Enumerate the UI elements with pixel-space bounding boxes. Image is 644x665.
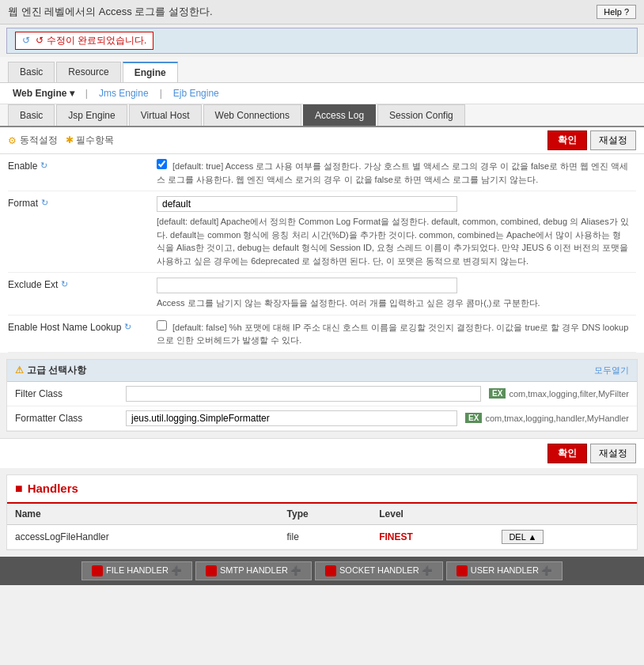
advanced-toggle[interactable]: 모두열기 bbox=[594, 365, 629, 376]
reset-button[interactable]: 재설정 bbox=[590, 130, 636, 150]
handler-type: file bbox=[279, 524, 372, 549]
handler-buttons-bar: FILE HANDLER ➕ SMTP HANDLER ➕ SOCKET HAN… bbox=[0, 557, 644, 585]
col-name: Name bbox=[7, 504, 279, 525]
file-handler-icon bbox=[92, 565, 103, 576]
table-row: accessLogFileHandler file FINEST DEL ▲ bbox=[7, 524, 637, 549]
format-content: [default: default] Apache에서 정의한 Common L… bbox=[150, 191, 636, 272]
smtp-handler-icon bbox=[206, 565, 217, 576]
hostlookup-checkbox[interactable] bbox=[157, 320, 167, 331]
dynamic-setting: ⚙ 동적설정 bbox=[8, 134, 58, 147]
col-type: Type bbox=[279, 504, 372, 525]
enable-content: [default: true] Access 로그 사용 여부를 설정한다. 가… bbox=[150, 154, 636, 191]
formatterclass-label: Formatter Class bbox=[15, 413, 126, 424]
advanced-row-filterclass: Filter Class EX com,tmax,logging,filter,… bbox=[7, 382, 637, 406]
enable-desc: [default: true] Access 로그 사용 여부를 설정한다. 가… bbox=[157, 161, 628, 184]
form-row-hostlookup: Enable Host Name Lookup ↻ [default: fals… bbox=[8, 315, 636, 353]
required-fields: ✱ 필수항목 bbox=[66, 134, 114, 147]
user-handler-icon bbox=[456, 565, 468, 576]
excludeext-input[interactable] bbox=[157, 278, 457, 293]
update-message: ↺ ↺ 수정이 완료되었습니다. bbox=[15, 32, 153, 50]
advanced-section: ⚠ 고급 선택사항 모두열기 Filter Class EX com,tmax,… bbox=[6, 359, 638, 432]
bottom-toolbar: 확인 재설정 bbox=[0, 438, 644, 468]
handlers-table: Name Type Level accessLogFileHandler fil… bbox=[7, 504, 637, 550]
excludeext-label: Exclude Ext ↻ bbox=[8, 273, 150, 315]
bottom-confirm-button[interactable]: 확인 bbox=[547, 444, 587, 463]
help-button[interactable]: Help ? bbox=[597, 5, 636, 19]
format-label: Format ↻ bbox=[8, 191, 150, 272]
formatterclass-example: EX com,tmax,logging,handler,MyHandler bbox=[465, 413, 629, 423]
form-row-format: Format ↻ [default: default] Apache에서 정의한… bbox=[8, 191, 636, 273]
advanced-header: ⚠ 고급 선택사항 모두열기 bbox=[7, 360, 637, 382]
bottom-reset-button[interactable]: 재설정 bbox=[590, 444, 636, 463]
sync-icon: ↻ bbox=[40, 161, 47, 171]
enable-checkbox[interactable] bbox=[157, 159, 167, 169]
enable-label: Enable ↻ bbox=[8, 154, 150, 191]
subtab-jsp[interactable]: Jsp Engine bbox=[56, 104, 127, 126]
socket-handler-icon bbox=[325, 565, 336, 576]
form-section: Enable ↻ [default: true] Access 로그 사용 여부… bbox=[0, 154, 644, 353]
confirm-button[interactable]: 확인 bbox=[547, 130, 587, 150]
filterclass-input[interactable] bbox=[126, 386, 481, 402]
sub-tabs: Basic Jsp Engine Virtual Host Web Connec… bbox=[0, 104, 644, 127]
sync-icon-format: ↻ bbox=[41, 198, 48, 208]
tab-engine[interactable]: Engine bbox=[123, 62, 178, 82]
engine-tab-ejb[interactable]: Ejb Engine bbox=[169, 86, 224, 100]
warning-icon: ⚠ bbox=[15, 365, 24, 376]
format-desc: [default: default] Apache에서 정의한 Common L… bbox=[157, 217, 629, 266]
socket-handler-button[interactable]: SOCKET HANDLER ➕ bbox=[315, 561, 443, 580]
subtab-basic[interactable]: Basic bbox=[8, 104, 55, 126]
smtp-handler-button[interactable]: SMTP HANDLER ➕ bbox=[195, 561, 312, 580]
del-button[interactable]: DEL ▲ bbox=[502, 530, 544, 544]
engine-tab-jms[interactable]: Jms Engine bbox=[94, 86, 153, 100]
page-header: 웹 엔진 레벨에서의 Access 로그를 설정한다. Help ? bbox=[0, 0, 644, 25]
hostlookup-desc: [default: false] %h 포맷에 대해 IP 주소 대신 호스트 … bbox=[157, 323, 628, 346]
form-row-enable: Enable ↻ [default: true] Access 로그 사용 여부… bbox=[8, 154, 636, 191]
engine-tab-web[interactable]: Web Engine ▾ bbox=[8, 86, 79, 100]
tab-resource[interactable]: Resource bbox=[56, 62, 120, 82]
handler-level: FINEST bbox=[371, 524, 494, 549]
subtab-webconnections[interactable]: Web Connections bbox=[203, 104, 302, 126]
hostlookup-label: Enable Host Name Lookup ↻ bbox=[8, 315, 150, 352]
main-tabs: Basic Resource Engine bbox=[0, 57, 644, 83]
advanced-row-formatterclass: Formatter Class EX com,tmax,logging,hand… bbox=[7, 406, 637, 431]
excludeext-desc: Access 로그를 남기지 않는 확장자들을 설정한다. 여러 개를 입력하고… bbox=[157, 298, 540, 308]
tab-basic[interactable]: Basic bbox=[8, 62, 55, 82]
page-title: 웹 엔진 레벨에서의 Access 로그를 설정한다. bbox=[8, 5, 213, 19]
form-toolbar: ⚙ 동적설정 ✱ 필수항목 확인 재설정 bbox=[0, 127, 644, 154]
form-row-excludeext: Exclude Ext ↻ Access 로그를 남기지 않는 확장자들을 설정… bbox=[8, 273, 636, 315]
gear-icon: ⚙ bbox=[8, 135, 17, 146]
subtab-accesslog[interactable]: Access Log bbox=[303, 104, 376, 126]
subtab-sessionconfig[interactable]: Session Config bbox=[377, 104, 465, 126]
sync-icon-hostlookup: ↻ bbox=[124, 322, 131, 332]
advanced-title: ⚠ 고급 선택사항 bbox=[15, 364, 86, 377]
filterclass-example: EX com,tmax,logging,filter,MyFilter bbox=[489, 388, 629, 399]
refresh-icon: ↺ bbox=[22, 35, 30, 46]
handler-name: accessLogFileHandler bbox=[7, 524, 279, 549]
file-handler-button[interactable]: FILE HANDLER ➕ bbox=[81, 561, 192, 580]
hostlookup-content: [default: false] %h 포맷에 대해 IP 주소 대신 호스트 … bbox=[150, 315, 636, 352]
formatterclass-input[interactable] bbox=[126, 410, 457, 426]
sync-icon-excludeext: ↻ bbox=[61, 279, 68, 289]
col-level: Level bbox=[371, 504, 494, 525]
filterclass-label: Filter Class bbox=[15, 388, 126, 399]
handlers-title: ■ Handlers bbox=[7, 475, 637, 504]
subtab-virtualhost[interactable]: Virtual Host bbox=[129, 104, 202, 126]
user-handler-button[interactable]: USER HANDLER ➕ bbox=[446, 561, 563, 580]
handlers-icon: ■ bbox=[15, 482, 23, 496]
excludeext-content: Access 로그를 남기지 않는 확장자들을 설정한다. 여러 개를 입력하고… bbox=[150, 273, 636, 315]
engine-tabs: Web Engine ▾ | Jms Engine | Ejb Engine bbox=[0, 83, 644, 104]
format-input[interactable] bbox=[157, 196, 457, 212]
handlers-section: ■ Handlers Name Type Level accessLogFile… bbox=[6, 474, 638, 550]
update-bar: ↺ ↺ 수정이 완료되었습니다. bbox=[6, 28, 638, 54]
